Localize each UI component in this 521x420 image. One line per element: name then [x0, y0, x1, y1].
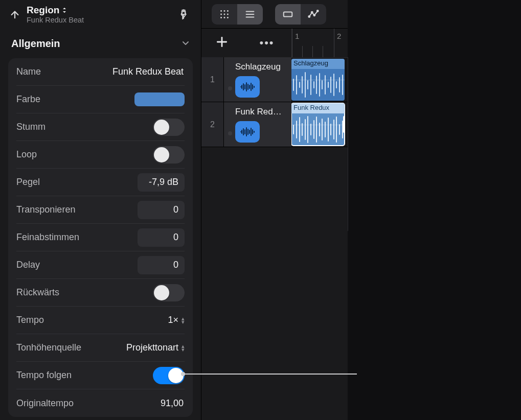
sort-caret-icon [61, 5, 67, 16]
name-field[interactable]: Funk Redux Beat [112, 66, 185, 77]
prop-label: Originaltempo [16, 398, 161, 409]
record-enable-dot[interactable] [228, 131, 232, 135]
prop-label: Loop [16, 149, 153, 160]
svg-point-17 [317, 10, 319, 12]
callout-line [183, 374, 357, 375]
finetune-field[interactable]: 0 [138, 228, 185, 247]
add-track-area [201, 35, 242, 51]
clip-label: Funk Redux [291, 103, 345, 113]
list-view-button[interactable] [237, 4, 263, 25]
app-root: Region Funk Redux Beat Allgemein [0, 0, 521, 420]
pin-button[interactable] [175, 6, 192, 22]
svg-point-4 [220, 13, 222, 15]
record-enable-dot[interactable] [228, 86, 232, 90]
svg-point-3 [227, 10, 229, 12]
prop-transpose: Transponieren 0 [16, 196, 185, 224]
svg-point-7 [220, 16, 222, 18]
track-icon-audio[interactable] [235, 121, 260, 143]
prop-level: Pegel -7,9 dB [16, 169, 185, 196]
prop-reverse: Rückwärts [16, 279, 185, 307]
region-view-button[interactable] [275, 4, 301, 25]
level-field[interactable]: -7,9 dB [138, 173, 185, 192]
svg-point-8 [224, 16, 225, 18]
inspector-panel: Region Funk Redux Beat Allgemein [0, 0, 201, 420]
section-title: Allgemein [11, 38, 60, 50]
prop-label: Feinabstimmen [16, 232, 138, 243]
stepper-arrows-icon: ▴▾ [182, 317, 185, 323]
inspector-title: Region [27, 5, 59, 16]
track-name: Funk Red… [235, 107, 285, 117]
prop-label: Tempo [16, 315, 168, 325]
track-options-area: ••• [242, 36, 291, 50]
track-header[interactable]: Funk Red… [224, 102, 291, 147]
svg-point-15 [311, 11, 313, 13]
view-mode-segment [212, 4, 263, 25]
mute-toggle[interactable] [153, 119, 185, 136]
transpose-field[interactable]: 0 [138, 201, 185, 219]
prop-label: Tonhöhenquelle [16, 342, 126, 353]
properties-list: Name Funk Redux Beat Farbe Stumm Loop Pe… [8, 58, 193, 417]
region-resize-handle[interactable] [343, 116, 345, 133]
prop-label: Stumm [16, 122, 153, 132]
svg-rect-13 [284, 12, 292, 16]
track-header[interactable]: Schlagzeug [224, 57, 291, 102]
prop-label: Pegel [16, 177, 138, 188]
prop-loop: Loop [16, 141, 185, 169]
origtempo-value: 91,00 [161, 398, 185, 409]
track-icon-audio[interactable] [235, 76, 260, 98]
color-swatch[interactable] [134, 92, 185, 106]
inspector-subtitle: Funk Redux Beat [27, 16, 84, 25]
region-clip-selected[interactable]: Funk Redux [291, 103, 345, 146]
prop-label: Name [16, 66, 112, 77]
waveform-icon [291, 113, 345, 146]
svg-point-14 [308, 16, 310, 17]
prop-mute: Stumm [16, 113, 185, 141]
clip-label: Schlagzeug [291, 59, 345, 69]
display-segment [275, 4, 326, 25]
empty-area [348, 0, 521, 420]
followtempo-toggle[interactable] [153, 367, 185, 384]
ruler-mark: 1 [295, 32, 299, 40]
svg-point-5 [224, 13, 225, 15]
track-number: 1 [201, 57, 224, 102]
ruler-mark: 2 [337, 32, 341, 40]
prop-delay: Delay 0 [16, 251, 185, 279]
inspector-header: Region Funk Redux Beat [0, 0, 201, 29]
svg-point-16 [313, 14, 315, 16]
section-general: Allgemein Name Funk Redux Beat Farbe Stu… [0, 29, 201, 417]
prop-finetune: Feinabstimmen 0 [16, 224, 185, 251]
stepper-arrows-icon: ▴▾ [182, 344, 185, 351]
loop-toggle[interactable] [153, 146, 185, 164]
back-button[interactable] [7, 7, 22, 22]
prop-name: Name Funk Redux Beat [16, 58, 185, 86]
tempo-stepper[interactable]: 1× ▴▾ [168, 315, 185, 325]
grid-view-button[interactable] [212, 4, 237, 25]
delay-field[interactable]: 0 [138, 256, 185, 274]
automation-view-button[interactable] [301, 4, 326, 25]
prop-label: Delay [16, 260, 138, 270]
reverse-toggle[interactable] [153, 284, 185, 301]
prop-label: Rückwärts [16, 287, 153, 298]
region-clip[interactable]: Schlagzeug [291, 59, 345, 101]
prop-tempo: Tempo 1× ▴▾ [16, 307, 185, 334]
prop-followtempo: Tempo folgen [16, 362, 185, 389]
region-title-block[interactable]: Region Funk Redux Beat [27, 5, 84, 25]
arrangement-panel: ••• 1 2 1 Schlagzeug [201, 0, 521, 420]
prop-pitchsource: Tonhöhenquelle Projekttonart ▴▾ [16, 334, 185, 362]
prop-color: Farbe [16, 86, 185, 113]
prop-label: Transponieren [16, 204, 138, 215]
svg-point-1 [220, 10, 222, 12]
svg-point-6 [227, 13, 229, 15]
section-header-general[interactable]: Allgemein [8, 29, 193, 58]
svg-point-2 [224, 10, 225, 12]
prop-label: Farbe [16, 94, 134, 105]
waveform-icon [291, 69, 345, 101]
svg-point-9 [227, 16, 229, 18]
track-name: Schlagzeug [235, 62, 285, 72]
pitchsource-select[interactable]: Projekttonart ▴▾ [126, 342, 185, 353]
track-number: 2 [201, 102, 224, 147]
add-track-button[interactable] [215, 35, 229, 51]
chevron-down-icon [182, 38, 190, 50]
more-options-button[interactable]: ••• [259, 36, 274, 50]
prop-label: Tempo folgen [16, 370, 153, 381]
